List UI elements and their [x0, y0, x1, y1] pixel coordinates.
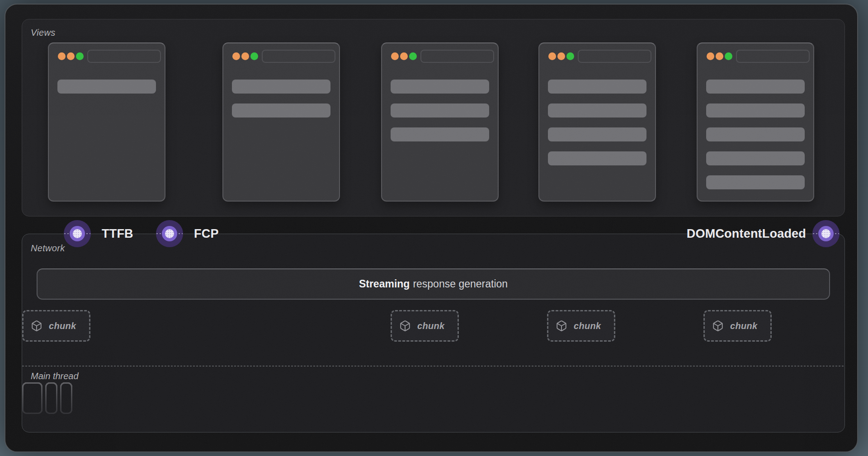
- browser-window-1: [48, 42, 165, 202]
- chunk-box: chunk: [703, 310, 772, 342]
- url-bar: [420, 50, 494, 63]
- chunk-label: chunk: [574, 321, 601, 331]
- ttfb-label: TTFB: [102, 227, 133, 240]
- chunk-box: chunk: [22, 310, 90, 342]
- views-panel: Views: [22, 19, 845, 216]
- marker-core-dot: [821, 229, 830, 238]
- traffic-light-icon: [707, 52, 714, 60]
- content-skeleton-bar: [57, 80, 156, 94]
- window-content-bars: [391, 80, 489, 141]
- traffic-light-icon: [232, 52, 240, 60]
- diagram-container: Views: [5, 4, 858, 452]
- traffic-light-icon: [58, 52, 66, 60]
- cube-icon: [712, 320, 724, 332]
- traffic-light-icon: [67, 52, 75, 60]
- content-skeleton-bar: [706, 175, 805, 189]
- main-thread-divider: [22, 366, 844, 367]
- content-skeleton-bar: [706, 127, 805, 141]
- traffic-light-icon: [716, 52, 723, 60]
- content-skeleton-bar: [548, 80, 646, 94]
- content-skeleton-bar: [706, 80, 805, 94]
- content-skeleton-bar: [706, 103, 805, 118]
- url-bar: [87, 50, 161, 63]
- browser-window-4: [538, 42, 656, 202]
- traffic-light-icon: [76, 52, 84, 60]
- streaming-bar-label-bold: Streaming: [359, 278, 410, 290]
- chunk-box: chunk: [391, 310, 459, 342]
- traffic-light-icon: [557, 52, 565, 60]
- marker-core-dot: [73, 229, 82, 238]
- url-bar: [262, 50, 335, 63]
- network-panel: Network Streaming response generation ch…: [22, 234, 845, 432]
- chunk-label: chunk: [49, 321, 76, 331]
- views-label: Views: [31, 28, 56, 38]
- window-content-bars: [548, 80, 646, 165]
- content-skeleton-bar: [548, 103, 646, 118]
- traffic-light-icon: [400, 52, 408, 60]
- traffic-light-icon: [391, 52, 399, 60]
- window-content-bars: [232, 80, 330, 118]
- content-skeleton-bar: [391, 80, 489, 94]
- browser-window-5: [697, 42, 814, 202]
- task-block: [45, 382, 57, 414]
- window-content-bars: [706, 80, 805, 189]
- page-background: { "views": { "label": "Views", "traffic_…: [0, 0, 868, 456]
- cube-icon: [399, 320, 411, 332]
- marker-mid-ring: [818, 226, 834, 241]
- content-skeleton-bar: [391, 103, 489, 118]
- window-content-bars: [57, 80, 156, 94]
- content-skeleton-bar: [391, 127, 489, 141]
- traffic-light-icon: [250, 52, 258, 60]
- content-skeleton-bar: [706, 151, 805, 165]
- traffic-light-icon: [548, 52, 556, 60]
- traffic-light-icon: [409, 52, 417, 60]
- task-block: [22, 382, 42, 414]
- traffic-light-icon: [725, 52, 732, 60]
- content-skeleton-bar: [548, 151, 646, 165]
- ttfb-marker-icon: [64, 220, 91, 247]
- traffic-light-icon: [241, 52, 249, 60]
- chunk-label: chunk: [417, 321, 444, 331]
- traffic-light-icon: [566, 52, 574, 60]
- network-label: Network: [31, 243, 65, 254]
- content-skeleton-bar: [232, 103, 330, 118]
- chunk-label: chunk: [730, 321, 757, 331]
- content-skeleton-bar: [548, 127, 646, 141]
- url-bar: [736, 50, 810, 63]
- browser-window-2: [222, 42, 340, 202]
- chunk-box: chunk: [547, 310, 615, 342]
- marker-mid-ring: [70, 226, 85, 241]
- domcontentloaded-marker-icon: [812, 220, 840, 247]
- streaming-response-bar: Streaming response generation: [37, 268, 830, 300]
- task-block: [60, 382, 72, 414]
- url-bar: [578, 50, 651, 63]
- main-thread-label: Main thread: [31, 371, 79, 381]
- browser-window-3: [381, 42, 499, 202]
- marker-mid-ring: [162, 226, 177, 241]
- fcp-label: FCP: [194, 227, 219, 240]
- content-skeleton-bar: [232, 80, 330, 94]
- cube-icon: [31, 320, 42, 332]
- domcontentloaded-label: DOMContentLoaded: [687, 227, 806, 240]
- task-group: [22, 382, 72, 414]
- fcp-marker-icon: [156, 220, 183, 247]
- marker-core-dot: [165, 229, 174, 238]
- streaming-bar-label: response generation: [413, 278, 508, 290]
- cube-icon: [556, 320, 567, 332]
